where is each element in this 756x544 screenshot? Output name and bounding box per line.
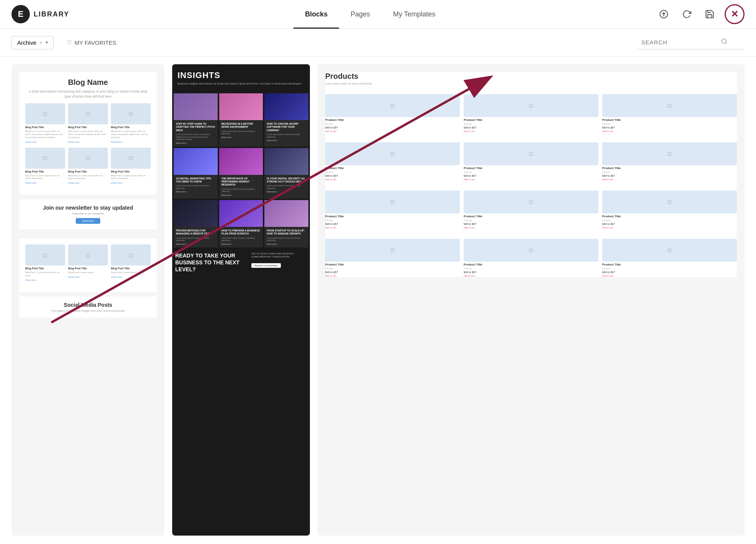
list-item[interactable]: ⊡ Product Title 4.5 (11) $49 to $97 Add … — [464, 239, 598, 277]
read-more-link[interactable]: Read more > — [222, 136, 261, 138]
product-add-to-cart[interactable]: Add to cart — [602, 178, 737, 181]
blog-post-link[interactable]: Read more — [25, 279, 65, 281]
list-item[interactable]: ⊡ Blog Post Title Blog Post 4 Lorem ipsu… — [25, 148, 65, 184]
read-more-link[interactable]: Read more > — [267, 243, 306, 245]
product-image: ⊡ — [464, 191, 598, 213]
tab-pages[interactable]: Pages — [339, 0, 381, 29]
blog-post-image: ⊡ — [111, 148, 151, 169]
product-rating: 4.5 (11) — [602, 267, 737, 270]
product-add-to-cart[interactable]: Add to cart — [325, 275, 460, 277]
list-item[interactable]: ⊡ Product Title 4.5 (11) $49 to $97 Add … — [464, 94, 598, 132]
save-button[interactable] — [702, 6, 718, 22]
product-add-to-cart[interactable]: Add to cart — [464, 178, 598, 181]
read-more-link[interactable]: Read more > — [267, 191, 306, 193]
filter-dropdown[interactable]: Archive × ▾ — [11, 36, 54, 49]
list-item[interactable]: ⊡ Product Title 4.5 (11) $49 to $97 Add … — [325, 191, 460, 229]
blog-post-text: Blog Post 9 Lorem ipsum. — [111, 271, 151, 274]
product-add-to-cart[interactable]: Add to cart — [464, 275, 598, 277]
cta-description: GET IN TOUCH TODAY AND RECEIVE A COMPLIM… — [251, 252, 307, 259]
product-add-to-cart[interactable]: Add to cart — [325, 226, 460, 229]
close-button[interactable]: ✕ — [725, 4, 745, 24]
product-rating: 4.5 (11) — [464, 171, 598, 173]
list-item[interactable]: HOW TO PREPARE A BUSINESS PLAN FROM SCRA… — [219, 200, 263, 248]
list-item[interactable]: ⊡ Blog Post Title Blog Post 7 Lorem ipsu… — [25, 244, 65, 281]
blog-post-image: ⊡ — [25, 244, 65, 265]
product-add-to-cart[interactable]: Add to cart — [464, 226, 598, 229]
blog-description: a short description introducing this cat… — [25, 89, 151, 99]
products-row1: ⊡ Product Title 4.5 (11) $49 to $97 Add … — [325, 94, 737, 132]
tab-blocks[interactable]: Blocks — [293, 0, 339, 29]
search-icon[interactable] — [721, 38, 728, 47]
read-more-link[interactable]: Read more > — [222, 243, 261, 245]
read-more-link[interactable]: Read more > — [222, 194, 261, 196]
blog-post-link[interactable]: Read more — [68, 141, 108, 143]
read-more-link[interactable]: Read more > — [176, 191, 215, 193]
search-area — [637, 36, 745, 49]
list-item[interactable]: ⊡ Product Title 4.5 (11) $49 to $97 Add … — [602, 94, 737, 132]
list-item[interactable]: ⊡ Blog Post Title Blog Post 9 Lorem ipsu… — [111, 244, 151, 281]
insights-description: Business insights and articles for those… — [178, 82, 305, 86]
list-item[interactable]: ⊡ Product Title 4.5 (11) $49 to $97 Add … — [464, 191, 598, 229]
blog-post-image: ⊡ — [111, 103, 151, 124]
blog-post-title: Blog Post Title — [111, 170, 151, 173]
blog-post-text: Blog Post 2 Lorem ipsum dolor sit amet c… — [68, 130, 108, 139]
search-input[interactable] — [641, 39, 718, 46]
blog-post-link[interactable]: Read more — [25, 141, 65, 143]
list-item[interactable]: HOW TO CHOOSE AN ERP SOFTWARE FOR YOUR C… — [264, 93, 308, 147]
blog-post-link[interactable]: Read more — [111, 182, 151, 184]
list-item[interactable]: ⊡ Product Title 4.5 (11) $49 to $97 Add … — [325, 94, 460, 132]
product-add-to-cart[interactable]: Add to cart — [325, 130, 460, 132]
upload-button[interactable] — [656, 6, 672, 22]
list-item[interactable]: ⊡ Product Title 4.5 (11) $49 to $97 Add … — [602, 142, 737, 181]
list-item[interactable]: ⊡ Blog Post Title Blog Post 2 Lorem ipsu… — [68, 103, 108, 143]
blog-post-link[interactable]: Read more — [25, 182, 65, 184]
products-row2: ⊡ Product Title 4.5 (11) $49 to $97 Add … — [325, 142, 737, 181]
list-item[interactable]: STEP BY STEP GUIDE TO CRAFTING THE PERFE… — [174, 93, 218, 147]
blog-post-link[interactable]: Read more — [111, 141, 151, 143]
image-icon: ⊡ — [667, 151, 672, 157]
list-item[interactable]: FROM STARTUP TO SCALE-UP: HOW TO MANAGE … — [264, 200, 308, 248]
list-item[interactable]: ⊡ Product Title 4.5 (11) $49 to $97 Add … — [464, 142, 598, 181]
cta-button[interactable]: Request a consultation — [251, 263, 281, 268]
list-item[interactable]: ⊡ Blog Post Title Blog Post 1 Lorem ipsu… — [25, 103, 65, 143]
list-item[interactable]: 10 DIGITAL MARKETING TIPS YOU NEED TO KN… — [174, 148, 218, 199]
list-item[interactable]: PROVEN METHODS FOR MANAGING A REMOTE TEA… — [174, 200, 218, 248]
product-add-to-cart[interactable]: Add to cart — [602, 275, 737, 277]
list-item[interactable]: ⊡ Product Title 4.5 (11) $49 to $97 Add … — [325, 239, 460, 277]
tab-my-templates[interactable]: My Templates — [381, 0, 447, 29]
list-item[interactable]: ⊡ Product Title 4.5 (11) $49 to $97 Add … — [602, 191, 737, 229]
product-add-to-cart[interactable]: Add to cart — [325, 178, 460, 181]
product-add-to-cart[interactable]: Add to cart — [464, 130, 598, 132]
list-item[interactable]: ⊡ Product Title 4.5 (11) $49 to $97 Add … — [325, 142, 460, 181]
product-rating: 4.5 (11) — [602, 171, 737, 173]
read-more-link[interactable]: Read more > — [176, 142, 215, 144]
blog-post-link[interactable]: Read more — [68, 276, 108, 278]
article-image — [174, 93, 218, 120]
left-panel-blog: Blog Name a short description introducin… — [11, 64, 165, 536]
blog-post-title: Blog Post Title — [68, 170, 108, 173]
product-image: ⊡ — [325, 142, 460, 165]
favorites-button[interactable]: ♡ MY FAVORITES — [61, 36, 122, 49]
product-add-to-cart[interactable]: Add to cart — [602, 130, 737, 132]
product-name: Product Title — [464, 263, 598, 266]
blog-post-link[interactable]: Read more — [68, 182, 108, 184]
list-item[interactable]: ⊡ Blog Post Title Blog Post 6 Lorem ipsu… — [111, 148, 151, 184]
list-item[interactable]: IS YOUR DIGITAL SECURITY AS STRONG AS IT… — [264, 148, 308, 199]
blog-post-text: Blog Post 5 Lorem ipsum dolor sit amet c… — [68, 174, 108, 181]
product-add-to-cart[interactable]: Add to cart — [602, 226, 737, 229]
list-item[interactable]: ⊡ Blog Post Title Blog Post 3 Lorem ipsu… — [111, 103, 151, 143]
newsletter-subscribe-button[interactable]: Subscribe — [76, 218, 100, 224]
refresh-button[interactable] — [679, 6, 695, 22]
read-more-link[interactable]: Read more > — [176, 243, 215, 245]
read-more-link[interactable]: Read more > — [267, 139, 306, 142]
list-item[interactable]: ⊡ Blog Post Title Blog Post 8 Lorem ipsu… — [68, 244, 108, 281]
filter-clear[interactable]: × — [39, 40, 42, 46]
product-rating: 4.5 (11) — [464, 267, 598, 270]
cta-right: GET IN TOUCH TODAY AND RECEIVE A COMPLIM… — [248, 252, 307, 273]
newsletter-title: Join our newsletter to stay updated — [24, 205, 152, 211]
list-item[interactable]: THE IMPORTANCE OF PERFORMING MARKET RESE… — [219, 148, 263, 199]
list-item[interactable]: ⊡ Product Title 4.5 (11) $49 to $97 Add … — [602, 239, 737, 277]
blog-post-link[interactable]: Read more — [111, 276, 151, 278]
list-item[interactable]: ⊡ Blog Post Title Blog Post 5 Lorem ipsu… — [68, 148, 108, 184]
list-item[interactable]: RECRUITING IN A BETTER WORK ENVIRONMENT … — [219, 93, 263, 147]
